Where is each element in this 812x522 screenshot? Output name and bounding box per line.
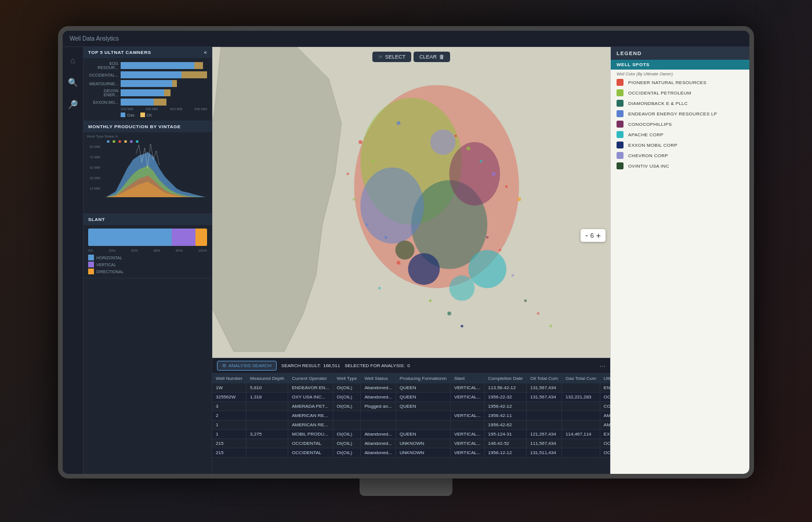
zoom-value: 6 xyxy=(590,232,594,239)
clear-button[interactable]: CLEAR 🗑 xyxy=(414,52,450,62)
slant-axis: 0% 20% 40% 60% 80% 100% xyxy=(88,249,207,252)
oil-dot xyxy=(140,113,145,117)
svg-point-30 xyxy=(454,135,456,137)
table-cell-2-0: 3 xyxy=(212,402,246,411)
col-well-type: Well Type xyxy=(333,374,361,383)
table-cell-2-7: 1956-42-12 xyxy=(484,402,527,411)
oil-label: Oil xyxy=(147,113,152,117)
legend-color-8 xyxy=(617,162,624,169)
table-toolbar: ⚙ ANALYSIS SEARCH SEARCH RESULT: 166,511… xyxy=(212,358,610,374)
bar-label-5: EXXON MO... xyxy=(88,100,118,104)
table-row[interactable]: 13,275MOBIL PRODU...OI(OIL)Abandoned...Q… xyxy=(212,430,610,439)
table-cell-1-7: 1956-22-32 xyxy=(484,393,527,402)
svg-point-45 xyxy=(486,236,488,238)
map-controls: ☞ SELECT CLEAR 🗑 xyxy=(372,52,450,62)
collapse-btn[interactable]: < xyxy=(204,50,207,55)
table-row[interactable]: 3AMERADA PET...OI(OIL)Plugged an...QUEEN… xyxy=(212,402,610,411)
table-row[interactable]: 325562W1,318OXY USA INC...OI(OIL)Abandon… xyxy=(212,393,610,402)
legend-entries: PIONEER NATURAL RESOURCES OCCIDENTAL PET… xyxy=(611,77,749,171)
table-cell-3-5 xyxy=(396,411,451,420)
legend-color-4 xyxy=(617,121,624,128)
select-button[interactable]: ☞ SELECT xyxy=(372,52,411,62)
legend-label-5: APACHE CORP xyxy=(628,132,664,137)
slant-axis-80: 80% xyxy=(176,249,183,252)
svg-point-39 xyxy=(447,311,451,316)
svg-rect-5 xyxy=(107,140,110,143)
table-cell-2-3: OI(OIL) xyxy=(333,402,361,411)
zoom-out-icon[interactable]: 🔎 xyxy=(66,97,81,112)
gas-dot xyxy=(121,113,125,117)
bar-track-1 xyxy=(121,62,207,69)
table-cell-4-7: 1956-42-62 xyxy=(484,420,527,430)
svg-point-48 xyxy=(524,299,527,302)
table-cell-1-1: 1,318 xyxy=(246,393,288,402)
bar-label-3: MEATOURNE... xyxy=(88,82,118,86)
slant-bar xyxy=(88,229,207,246)
svg-point-43 xyxy=(365,223,368,226)
topbar: Well Data Anslytics xyxy=(63,31,749,47)
analysis-icon: ⚙ xyxy=(222,363,226,368)
bar-row-5: EXXON MO... xyxy=(88,99,207,106)
data-table[interactable]: Well Number Measured Depth Current Opera… xyxy=(212,374,610,474)
table-cell-0-2: ENDEAVOR EN... xyxy=(288,383,333,393)
svg-rect-9 xyxy=(130,140,133,143)
table-cell-6-3: OI(OIL) xyxy=(333,439,361,448)
more-options-button[interactable]: ··· xyxy=(600,362,606,370)
top5-section: TOP 5 ULTNAT CAMNERS < EOG RESOUR... xyxy=(84,47,212,121)
table-cell-5-9: 114,467,114 xyxy=(562,430,600,439)
zoom-in-button[interactable]: + xyxy=(596,231,601,240)
home-icon[interactable]: ⌂ xyxy=(66,53,81,68)
table-cell-5-3: OI(OIL) xyxy=(333,430,361,439)
table-row[interactable]: 1AMERICAN RE...1956-42-62AMERICAN REPUBL… xyxy=(212,420,610,430)
bar-label-2: OCCIDENTAL... xyxy=(88,73,118,77)
zoom-out-button[interactable]: - xyxy=(585,231,588,240)
svg-point-29 xyxy=(397,121,401,125)
legend-entry-2: DIAMONDBACK E & PLLC xyxy=(611,98,749,108)
table-cell-7-9 xyxy=(562,448,600,458)
legend-label-0: PIONEER NATURAL RESOURCES xyxy=(628,80,706,85)
slant-h-dot xyxy=(88,255,94,260)
svg-point-41 xyxy=(346,173,349,175)
table-cell-2-9 xyxy=(562,402,600,411)
table-cell-0-6: VERTICAL... xyxy=(450,383,484,393)
table-header-row: Well Number Measured Depth Current Opera… xyxy=(212,374,610,383)
bar-row-1: EOG RESOUR... xyxy=(88,61,207,70)
left-panel: TOP 5 ULTNAT CAMNERS < EOG RESOUR... xyxy=(84,47,212,474)
table-cell-1-4: Abandoned... xyxy=(361,393,396,402)
table-cell-7-3: OI(OIL) xyxy=(333,448,361,458)
legend-entry-7: CHEVRON CORP xyxy=(611,150,749,161)
chart-subtitle: Rock Type Strata: A xyxy=(87,135,208,138)
table-cell-7-1 xyxy=(246,448,288,458)
table-cell-2-6 xyxy=(450,402,484,411)
legend-label-7: CHEVRON CORP xyxy=(628,153,668,158)
table-cell-0-0: 1W xyxy=(212,383,246,393)
col-oil-total-cum: Oil Total Cum xyxy=(527,374,562,383)
legend-entry-1: OCCIDENTAL PETROLEUM xyxy=(611,88,749,98)
table-cell-3-4 xyxy=(361,411,396,420)
table-cell-3-0: 2 xyxy=(212,411,246,420)
svg-text:12 MM: 12 MM xyxy=(90,187,100,190)
table-cell-5-1: 3,275 xyxy=(246,430,288,439)
table-cell-3-8 xyxy=(527,411,562,420)
slant-vertical xyxy=(172,229,195,246)
table-cell-7-4: Abandoned... xyxy=(361,448,396,458)
table-row[interactable]: 1W5,810ENDEAVOR EN...OI(OIL)Abandoned...… xyxy=(212,383,610,393)
legend-title: LEGEND xyxy=(617,50,642,56)
map-area[interactable]: ☞ SELECT CLEAR 🗑 - 6 + xyxy=(212,47,610,358)
col-current-operator: Current Operator xyxy=(288,374,333,383)
table-row[interactable]: 215OCCIDENTALOI(OIL)Abandoned...UNKNOWNV… xyxy=(212,439,610,448)
analysis-search-button[interactable]: ⚙ ANALYSIS SEARCH xyxy=(217,361,277,371)
table-row[interactable]: 2AMERICAN RE...VERTICAL...1956-42-11AMER… xyxy=(212,411,610,420)
legend-entry-5: APACHE CORP xyxy=(611,129,749,140)
slant-legend: HORIZONTAL VERTICAL DIRECTIONAL xyxy=(88,255,207,274)
table-row[interactable]: 215OCCIDENTALOI(OIL)Abandoned...UNKNOWNV… xyxy=(212,448,610,458)
table-cell-6-2: OCCIDENTAL xyxy=(288,439,333,448)
table-cell-0-4: Abandoned... xyxy=(361,383,396,393)
bar-legend: Gas Oil xyxy=(121,113,207,117)
svg-point-33 xyxy=(492,172,496,176)
svg-point-42 xyxy=(353,198,355,200)
search-icon[interactable]: 🔍 xyxy=(66,75,81,90)
slant-axis-0: 0% xyxy=(88,249,93,252)
slant-bar-area: 0% 20% 40% 60% 80% 100% HORIZONTAL xyxy=(84,225,212,278)
svg-point-20 xyxy=(360,168,423,244)
